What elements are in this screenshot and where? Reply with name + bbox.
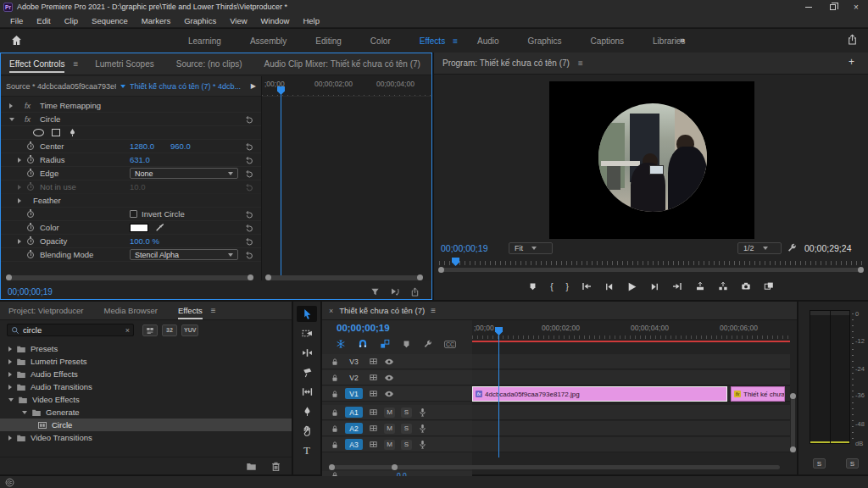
lift-icon[interactable] [695,281,705,291]
type-tool[interactable]: T [297,442,317,458]
voiceover-mic-icon[interactable] [418,408,427,417]
export-frame-camera-icon[interactable] [741,281,751,291]
tab-project[interactable]: Project: Vietproducer [8,301,84,320]
reset-icon[interactable] [245,224,253,232]
stopwatch-icon[interactable] [27,238,34,245]
center-y-value[interactable]: 960.0 [170,141,191,151]
expand-icon[interactable] [9,103,13,108]
tree-node-video-effects[interactable]: Video Effects [0,393,292,406]
collapse-icon[interactable] [9,118,14,121]
track-label-a2-targeted[interactable]: A2 [345,423,363,434]
radius-value[interactable]: 631.0 [130,155,150,164]
workspace-tab-effects[interactable]: Effects [405,36,459,46]
effect-name[interactable]: Circle [40,114,60,124]
blending-mode-dropdown[interactable]: Stencil Alpha [130,249,238,260]
stopwatch-icon[interactable] [27,211,34,218]
menu-markers[interactable]: Markers [135,16,177,25]
expand-icon[interactable] [8,372,12,377]
workspace-overflow-icon[interactable]: » [680,35,685,45]
color-swatch[interactable] [130,224,148,232]
toggle-track-output-eye-icon[interactable] [384,373,394,383]
accelerated-effects-filter-icon[interactable] [142,324,158,336]
clear-search-icon[interactable]: × [125,326,130,335]
opacity-value[interactable]: 100.0 % [130,236,159,246]
timeline-ruler[interactable]: ;00;00 00;00;02;00 00;00;04;00 00;00;06;… [472,320,790,339]
ripple-edit-tool[interactable] [297,345,317,361]
razor-tool[interactable] [297,364,317,380]
stopwatch-icon[interactable] [27,170,34,177]
go-to-in-icon[interactable] [581,281,592,291]
tab-effects[interactable]: Effects [178,301,203,320]
edge-dropdown[interactable]: None [130,168,238,179]
scroll-handle[interactable] [392,464,398,470]
timeline-timecode[interactable]: 00;00;00;19 [337,323,390,333]
toggle-track-output-eye-icon[interactable] [384,357,394,367]
timeline-settings-wrench-icon[interactable] [423,340,432,349]
expand-icon[interactable] [8,347,12,352]
workspace-tab-libraries[interactable]: Libraries [638,36,699,46]
chevron-down-icon[interactable] [120,85,125,88]
timeline-zoom-scrollbar[interactable] [267,275,421,280]
add-marker-icon[interactable] [402,340,411,349]
lane-v1[interactable]: fx 4dcbcada05f9caa793e8172.jpg fx Thiết … [472,386,790,402]
expand-icon[interactable] [8,435,12,441]
reset-icon[interactable] [245,237,253,246]
program-timecode[interactable]: 00;00;00;19 [441,243,487,253]
mute-button[interactable]: M [384,440,395,450]
menu-edit[interactable]: Edit [30,16,57,25]
tab-media-browser[interactable]: Media Browser [104,301,158,320]
workspace-tab-graphics[interactable]: Graphics [514,36,576,46]
sync-lock-icon[interactable] [369,424,378,433]
expand-icon[interactable] [8,359,12,364]
lane-v2[interactable] [472,370,790,385]
panel-menu-icon[interactable]: ≡ [431,306,436,315]
linked-selection-icon[interactable] [380,339,390,349]
slip-tool[interactable] [297,384,317,400]
tab-lumetri-scopes[interactable]: Lumetri Scopes [95,54,153,74]
new-bin-icon[interactable] [246,461,257,472]
invert-circle-checkbox[interactable] [130,210,137,218]
sync-lock-icon[interactable] [369,440,378,449]
lane-a1[interactable] [472,405,790,420]
lock-icon[interactable] [331,408,339,417]
sync-lock-icon[interactable] [369,373,378,382]
track-label-v3[interactable]: V3 [345,356,363,367]
sequence-tab[interactable]: Thiết kế chưa có tên (7) [339,306,425,315]
toggle-track-output-eye-icon[interactable] [384,389,394,399]
tree-node-video-transitions[interactable]: Video Transitions [0,431,292,444]
play-button[interactable] [626,281,637,292]
tree-node-audio-effects[interactable]: Audio Effects [0,368,292,380]
workspace-tab-learning[interactable]: Learning [174,36,236,46]
lock-icon[interactable] [331,424,339,433]
workspace-menu-icon[interactable]: ≡ [453,36,458,46]
expand-icon[interactable] [18,158,21,163]
tree-node-audio-transitions[interactable]: Audio Transitions [0,380,292,393]
play-audio-only-icon[interactable] [390,286,400,297]
reset-icon[interactable] [245,142,253,151]
lane-v3[interactable] [472,354,790,369]
restore-button[interactable] [821,0,844,14]
solo-button[interactable]: S [401,424,412,434]
minimize-button[interactable] [797,0,821,14]
workspace-tab-captions[interactable]: Captions [576,36,638,46]
tab-source[interactable]: Source: (no clips) [176,54,242,74]
sync-lock-icon[interactable] [369,357,378,366]
collapse-icon[interactable] [8,398,14,402]
playback-resolution-dropdown[interactable]: 1/2 [737,242,782,254]
snap-magnet-icon[interactable] [358,339,368,349]
effect-controls-timecode[interactable]: 00;00;00;19 [8,287,53,297]
horizontal-scrollbar[interactable] [8,275,252,280]
solo-left-button[interactable]: S [813,458,826,469]
play-clip-icon[interactable]: ▶ [251,82,256,90]
mute-button[interactable]: M [384,424,395,434]
reset-icon[interactable] [245,210,253,219]
program-zoom-bar[interactable] [439,268,863,272]
go-to-out-icon[interactable] [672,281,682,291]
lock-icon[interactable] [331,374,339,382]
menu-file[interactable]: File [3,16,30,25]
lock-icon[interactable] [331,358,339,366]
workspace-tab-editing[interactable]: Editing [301,36,356,46]
reset-icon[interactable] [245,251,253,259]
extract-icon[interactable] [718,281,728,291]
menu-view[interactable]: View [223,16,253,25]
